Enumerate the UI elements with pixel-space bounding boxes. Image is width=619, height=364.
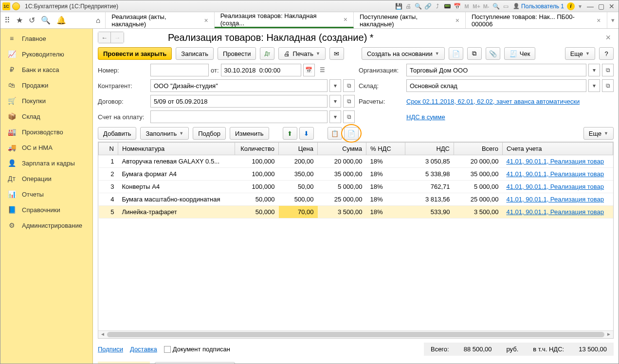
help-button[interactable]: ?	[599, 47, 614, 60]
signatures-link[interactable]: Подписи	[98, 346, 123, 353]
link-icon[interactable]: 🔗	[423, 2, 432, 11]
zoom-icon[interactable]: 🔍	[492, 2, 500, 11]
tabbar-menu-icon[interactable]: ▾	[607, 12, 619, 28]
delivery-link[interactable]: Доставка	[130, 346, 157, 353]
dropdown-icon[interactable]: ▾	[588, 64, 600, 76]
post-close-button[interactable]: Провести и закрыть	[98, 47, 172, 60]
page-close-button[interactable]: ×	[602, 33, 614, 43]
sidebar-item-admin[interactable]: ⚙Администрирование	[0, 218, 92, 233]
invoice-input[interactable]	[150, 110, 328, 123]
more-button[interactable]: Еще▼	[565, 47, 595, 60]
accounts-link[interactable]: 41.01, 90.01.1, Реализация товар	[507, 158, 604, 165]
number-input[interactable]	[150, 64, 209, 76]
open-icon[interactable]: ⧉	[343, 110, 355, 123]
doc-button[interactable]: 📄	[449, 47, 463, 60]
move-up-button[interactable]: ⬆	[283, 127, 297, 140]
open-icon[interactable]: ⧉	[343, 79, 355, 92]
open-icon[interactable]: ⧉	[602, 79, 614, 92]
sidebar-item-salary[interactable]: 👤Зарплата и кадры	[0, 155, 92, 171]
write-sf-button[interactable]: Выписать счет-фактуру	[155, 362, 235, 364]
items-grid[interactable]: N Номенклатура Количество Цена Сумма % Н…	[98, 142, 614, 339]
info-icon[interactable]: i	[567, 2, 575, 10]
close-icon[interactable]: ×	[204, 17, 208, 24]
maximize-button[interactable]: ▢	[596, 2, 606, 10]
save-icon[interactable]: 💾	[394, 2, 403, 11]
accounts-link[interactable]: 41.01, 90.01.1, Реализация товар	[507, 183, 604, 190]
col-sum[interactable]: Сумма	[318, 143, 366, 155]
pick-button[interactable]: Подбор	[193, 127, 226, 140]
col-n[interactable]: N	[99, 143, 118, 155]
apps-icon[interactable]: ⠿	[4, 16, 10, 25]
col-vatp[interactable]: % НДС	[366, 143, 405, 155]
dropdown-caret-icon[interactable]: ▾	[576, 2, 584, 11]
add-row-button[interactable]: Добавить	[98, 127, 136, 140]
close-button[interactable]: ✕	[607, 2, 617, 10]
warehouse-input[interactable]	[406, 79, 586, 92]
mail-button[interactable]: ✉	[329, 47, 344, 60]
sidebar-item-references[interactable]: 📘Справочники	[0, 202, 92, 218]
dropdown-icon[interactable]: ▾	[329, 79, 341, 92]
m-button[interactable]: M	[462, 2, 471, 11]
m-minus-button[interactable]: M-	[482, 2, 491, 11]
tab-2[interactable]: Поступление (акты, накладные)×	[354, 12, 466, 28]
star-icon[interactable]: ★	[16, 16, 23, 25]
tab-home[interactable]: ⌂	[91, 12, 106, 28]
col-nom[interactable]: Номенклатура	[118, 143, 235, 155]
sidebar-item-purchases[interactable]: 🛒Покупки	[0, 93, 92, 109]
up-icon[interactable]: ⤴	[433, 2, 442, 11]
tab-1[interactable]: Реализация товаров: Накладная (созда...×	[215, 12, 354, 28]
sidebar-item-reports[interactable]: 📊Отчеты	[0, 186, 92, 202]
sidebar-item-assets[interactable]: 🚚ОС и НМА	[0, 140, 92, 155]
col-total[interactable]: Всего	[454, 143, 503, 155]
dropdown-icon[interactable]: ▾	[329, 95, 341, 108]
h-scrollbar[interactable]	[98, 330, 613, 338]
history-icon[interactable]: ↺	[29, 16, 35, 25]
windows-icon[interactable]: ▭	[501, 2, 510, 11]
sidebar-item-main[interactable]: ≡Главное	[0, 31, 92, 46]
search-icon[interactable]: 🔍	[414, 2, 422, 11]
sidebar-item-warehouse[interactable]: 📦Склад	[0, 109, 92, 124]
col-qty[interactable]: Количество	[235, 143, 279, 155]
search-tab-icon[interactable]: 🔍	[41, 16, 51, 25]
m-plus-button[interactable]: M+	[472, 2, 481, 11]
tree-button[interactable]: ⧉	[467, 47, 482, 60]
contragent-input[interactable]	[150, 79, 328, 92]
sidebar-item-bank[interactable]: ₽Банк и касса	[0, 62, 92, 77]
close-icon[interactable]: ×	[455, 17, 459, 24]
org-input[interactable]	[406, 64, 586, 76]
create-based-button[interactable]: Создать на основании▼	[362, 47, 445, 60]
contract-input[interactable]	[150, 95, 328, 108]
table-row[interactable]: 4Бумага масштабно-координатная50,000500,…	[99, 193, 613, 206]
close-icon[interactable]: ×	[344, 16, 347, 23]
table-row[interactable]: 2Бумага формат А4100,000350,0035 000,001…	[99, 168, 613, 181]
bell-icon[interactable]: 🔔	[56, 16, 66, 25]
print-icon[interactable]: 🖨	[404, 2, 413, 11]
dropdown-icon[interactable]: ▾	[329, 110, 341, 123]
calendar-picker-icon[interactable]: 📅	[303, 64, 315, 76]
minimize-button[interactable]: —	[585, 2, 595, 10]
date-input[interactable]	[221, 64, 301, 76]
open-icon[interactable]: ⧉	[343, 95, 355, 108]
doc-signed-checkbox[interactable]: Документ подписан	[164, 346, 230, 353]
accounts-link[interactable]: 41.01, 90.01.1, Реализация товар	[507, 170, 604, 178]
sidebar-item-manager[interactable]: 📈Руководителю	[0, 46, 92, 62]
col-vat[interactable]: НДС	[405, 143, 454, 155]
accounts-link[interactable]: 41.01, 90.01.1, Реализация товар	[507, 196, 604, 203]
dropdown-icon[interactable]	[12, 2, 20, 10]
print-button[interactable]: 🖨Печать▼	[278, 47, 326, 60]
calc-icon[interactable]: 📟	[443, 2, 452, 11]
col-price[interactable]: Цена	[279, 143, 318, 155]
tab-0[interactable]: Реализация (акты, накладные)×	[106, 12, 214, 28]
table-row[interactable]: 1Авторучка гелевая GALAXY 0.5...100,0002…	[99, 155, 613, 168]
attach-button[interactable]: 📎	[486, 47, 500, 60]
sidebar-item-sales[interactable]: 🛍Продажи	[0, 77, 92, 93]
table-row[interactable]: 5Линейка-трафарет50,00070,003 500,0018%5…	[99, 206, 613, 218]
forward-button[interactable]: →	[111, 32, 124, 43]
table-more-button[interactable]: Еще▼	[583, 127, 614, 140]
dtkt-button[interactable]: Дт	[260, 47, 274, 60]
list-icon[interactable]: ☰	[317, 64, 328, 76]
user-label[interactable]: Пользователь 1	[513, 3, 564, 10]
save-button[interactable]: Записать	[176, 47, 214, 60]
edit-button[interactable]: Изменить	[230, 127, 269, 140]
cheque-button[interactable]: 🧾Чек	[504, 47, 536, 60]
